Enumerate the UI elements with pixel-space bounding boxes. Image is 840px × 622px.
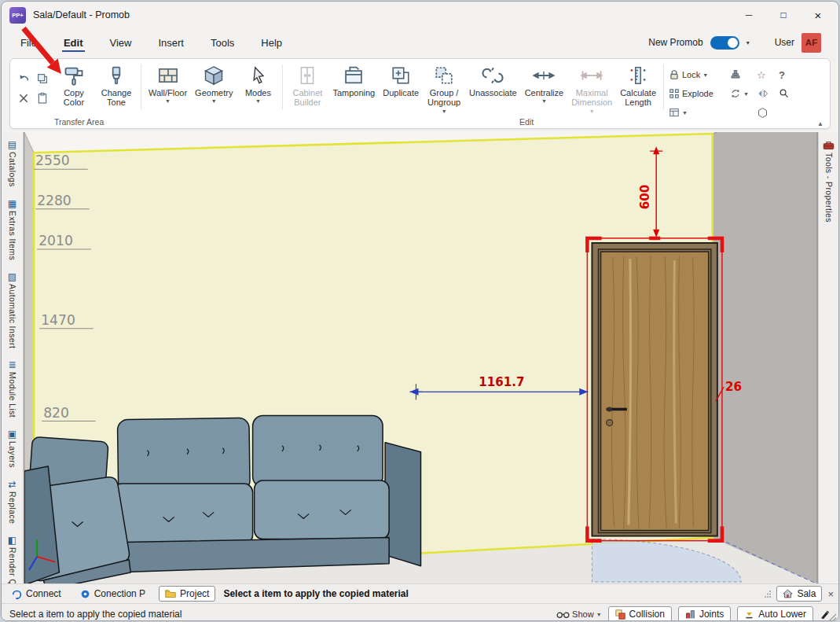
chevron-down-icon: ▼ — [596, 612, 602, 617]
cabinet-builder-button: CabinetBuilder — [288, 63, 327, 108]
group-ungroup-button[interactable]: Group /Ungroup ▼ — [424, 63, 464, 114]
height-mark: 2280 — [37, 193, 72, 208]
sidebar-item-extras-items[interactable]: ▦Extras Items — [8, 199, 17, 260]
collision-button[interactable]: Collision — [608, 606, 672, 621]
sidebar-item-layers[interactable]: ▣Layers — [8, 429, 17, 468]
mirror-icon — [757, 88, 769, 99]
close-button[interactable]: × — [801, 3, 835, 27]
svg-text:600: 600 — [638, 185, 652, 210]
sidebar-item-automatic-insert[interactable]: ▧Automatic Insert — [8, 272, 17, 348]
menu-help[interactable]: Help — [259, 34, 284, 52]
height-mark: 2550 — [35, 153, 70, 168]
connection-icon — [80, 589, 90, 599]
toolbox-icon — [823, 140, 834, 150]
sidebar-item-module-list[interactable]: ≣Module List — [8, 360, 17, 418]
wall-floor-button[interactable]: Wall/Floor ▼ — [146, 63, 189, 104]
search-button[interactable] — [779, 85, 799, 102]
chevron-down-icon: ▼ — [682, 110, 688, 116]
explode-button[interactable]: Explode — [669, 85, 728, 102]
geometry-button[interactable]: Geometry ▼ — [193, 63, 235, 104]
undo-icon — [17, 72, 31, 85]
menu-tools[interactable]: Tools — [209, 34, 236, 52]
modes-button[interactable]: Modes ▼ — [238, 63, 277, 104]
favorites-button[interactable]: ☆ — [757, 66, 777, 83]
separator — [282, 64, 283, 109]
cancel-button[interactable] — [15, 89, 32, 107]
sidebar-item-replace[interactable]: ⇄Replace — [8, 480, 17, 524]
brush-icon — [106, 63, 127, 88]
sidebar-item-catalogs[interactable]: ▤Catalogs — [8, 140, 17, 187]
paste-button[interactable] — [34, 89, 51, 107]
door[interactable] — [592, 243, 717, 536]
separator — [141, 64, 141, 109]
sofa[interactable] — [24, 416, 421, 583]
menu-file[interactable]: File — [19, 34, 39, 52]
tab-connect[interactable]: Connect — [6, 587, 67, 601]
joints-icon — [685, 609, 695, 620]
menu-edit[interactable]: Edit — [62, 34, 85, 52]
group-label-transfer-area: Transfer Area — [54, 117, 104, 127]
stamp-icon — [730, 69, 741, 80]
chevron-down-icon: ▼ — [743, 91, 749, 97]
stamp-button[interactable] — [730, 66, 755, 83]
group-icon — [434, 63, 454, 88]
search-icon — [779, 88, 790, 99]
chevron-down-icon: ▼ — [165, 98, 171, 104]
material-panel-button[interactable]: ▼ — [669, 104, 728, 121]
calculate-length-button[interactable]: CalculateLength — [618, 63, 658, 108]
collision-icon — [615, 609, 625, 620]
centralize-button[interactable]: Centralize ▼ — [523, 63, 567, 104]
show-button[interactable]: Show ▼ — [556, 609, 601, 619]
close-scene-tab-icon[interactable]: × — [827, 588, 834, 600]
auto-lower-button[interactable]: Auto Lower — [737, 606, 813, 621]
new-promob-toggle[interactable] — [710, 36, 739, 50]
copy-button[interactable] — [34, 69, 51, 87]
layers-icon: ▣ — [8, 429, 17, 439]
auto-lower-icon — [744, 609, 754, 620]
ribbon-toolbar: CopyColor ChangeTone Wall/Floor ▼ — [9, 58, 831, 129]
resize-grip[interactable] — [827, 613, 837, 621]
sidebar-item-tools-properties[interactable]: Tools - Properties — [823, 140, 834, 223]
unlink-icon — [482, 63, 504, 88]
change-tone-button[interactable]: ChangeTone — [97, 63, 136, 108]
collapse-ribbon-icon[interactable]: ▲ — [817, 120, 823, 127]
cube-icon — [203, 63, 225, 88]
help-button[interactable]: ? — [779, 66, 799, 83]
left-panel-strip: ▤Catalogs ▦Extras Items ▧Automatic Inser… — [2, 132, 24, 583]
tab-sala[interactable]: Sala — [776, 586, 822, 602]
status-message: Select a item to apply the copied materi… — [223, 588, 408, 599]
unassociate-button[interactable]: Unassociate — [467, 63, 519, 98]
promob-window: PP+ Sala/Default - Promob ─ □ × File Edi… — [1, 1, 839, 621]
maximize-button[interactable]: □ — [766, 3, 801, 27]
statusbar: Connect Conection P Project Select a ite… — [2, 583, 838, 603]
menu-view[interactable]: View — [108, 34, 134, 52]
joints-button[interactable]: Joints — [678, 606, 731, 621]
paste-icon — [36, 92, 49, 105]
viewport-container: 2550 2280 2010 1470 820 — [24, 132, 818, 583]
copy-color-button[interactable]: CopyColor — [54, 63, 94, 108]
duplicate-button[interactable]: Duplicate — [380, 63, 421, 98]
swap-button[interactable]: ▼ — [730, 85, 755, 102]
tab-conection-p[interactable]: Conection P — [75, 587, 151, 601]
titlebar: PP+ Sala/Default - Promob ─ □ × — [2, 2, 838, 28]
drag-grip-icon[interactable] — [764, 590, 771, 598]
lock-button[interactable]: Lock ▼ — [669, 66, 728, 83]
sidebar-item-render[interactable]: ◧Render Qu — [8, 536, 17, 583]
chevron-down-icon: ▼ — [702, 72, 708, 78]
tamponing-button[interactable]: Tamponing — [330, 63, 377, 98]
tab-project[interactable]: Project — [159, 586, 215, 602]
user-label: User — [775, 37, 794, 48]
ribbon-small-buttons: Lock ▼ ☆ ? Explode ▼ — [669, 66, 799, 121]
undo-button[interactable] — [15, 69, 32, 87]
automatic-insert-icon: ▧ — [8, 272, 17, 282]
minimize-button[interactable]: ─ — [732, 3, 766, 27]
menu-insert[interactable]: Insert — [156, 34, 185, 52]
copy-icon — [36, 72, 49, 85]
user-avatar[interactable]: AF — [801, 33, 821, 53]
viewport-3d[interactable]: 2550 2280 2010 1470 820 — [24, 132, 817, 583]
mirror-button[interactable] — [757, 85, 777, 102]
hexagon-button[interactable] — [757, 104, 777, 121]
star-icon: ☆ — [757, 69, 766, 81]
room-wall-right[interactable] — [713, 132, 817, 583]
chevron-down-icon[interactable]: ▾ — [746, 39, 750, 46]
